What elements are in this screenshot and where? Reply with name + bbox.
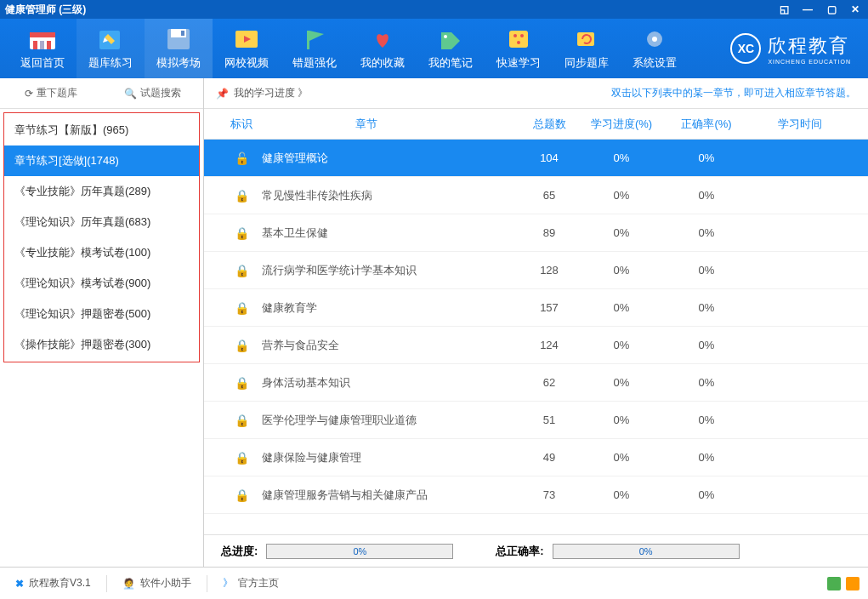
progress-value: 0%: [579, 339, 664, 351]
sidebar-item[interactable]: 章节练习[选做](1748): [4, 145, 199, 176]
svg-point-16: [444, 35, 447, 38]
tool-label: 同步题库: [564, 55, 609, 71]
search-btn[interactable]: 🔍试题搜索: [102, 86, 204, 100]
title-bar: 健康管理师 (三级) ◱ — ▢ ✕: [0, 0, 868, 19]
window-buttons: ◱ — ▢ ✕: [776, 3, 863, 15]
sidebar-item[interactable]: 《理论知识》模考试卷(900): [4, 268, 199, 299]
flag-icon: [299, 26, 330, 52]
sidebar-item[interactable]: 《操作技能》押题密卷(300): [4, 329, 199, 360]
sidebar-actions: ⟳重下题库 🔍试题搜索: [0, 78, 203, 109]
total-accuracy-label: 总正确率:: [496, 544, 543, 559]
total-count: 128: [519, 264, 579, 277]
sidebar-item[interactable]: 章节练习【新版】(965): [4, 115, 199, 145]
main-toolbar: 返回首页 题库练习 模拟考场 网校视频 错题强化 我的收藏 我的笔记 快速学习 …: [0, 19, 868, 78]
svg-rect-1: [30, 32, 55, 37]
table-row[interactable]: 🔒身体活动基本知识620%0%: [204, 364, 868, 402]
content: ⟳重下题库 🔍试题搜索 章节练习【新版】(965) 章节练习[选做](1748)…: [0, 78, 868, 567]
separator: [106, 575, 107, 592]
chapter-title: 健康管理概论: [262, 151, 519, 166]
helper-link[interactable]: 🧑‍💼 软件小助手: [116, 576, 198, 590]
total-count: 49: [519, 451, 579, 464]
svg-rect-3: [40, 41, 44, 49]
tool-favorites[interactable]: 我的收藏: [349, 19, 417, 78]
restore-alt-button[interactable]: ◱: [776, 3, 791, 15]
sidebar-list: 章节练习【新版】(965) 章节练习[选做](1748) 《专业技能》历年真题(…: [0, 109, 203, 366]
homepage-link[interactable]: 》 官方主页: [216, 576, 286, 590]
progress-value: 0%: [579, 264, 664, 277]
accuracy-value: 0%: [664, 488, 749, 501]
total-count: 62: [519, 376, 579, 389]
accuracy-value: 0%: [664, 151, 749, 164]
table-row[interactable]: 🔒医学伦理学与健康管理职业道德510%0%: [204, 402, 868, 439]
tool-sync[interactable]: 同步题库: [553, 19, 621, 78]
accuracy-value: 0%: [664, 189, 749, 202]
table-row[interactable]: 🔒基本卫生保健890%0%: [204, 214, 868, 252]
tool-label: 快速学习: [496, 55, 541, 71]
tool-practice[interactable]: 题库练习: [77, 19, 145, 78]
table-row[interactable]: 🔒健康教育学1570%0%: [204, 289, 868, 327]
helper-label: 软件小助手: [140, 576, 191, 590]
total-count: 73: [519, 488, 579, 501]
chevron-icon: 》: [223, 576, 233, 590]
close-button[interactable]: ✕: [848, 3, 863, 15]
main-panel: 📌 我的学习进度 》 双击以下列表中的某一章节，即可进入相应章节答题。 标识 章…: [204, 78, 868, 567]
table-row[interactable]: 🔓健康管理概论1040%0%: [204, 140, 868, 177]
table-header: 标识 章节 总题数 学习进度(%) 正确率(%) 学习时间: [204, 109, 868, 140]
maximize-button[interactable]: ▢: [824, 3, 839, 15]
stats-icon[interactable]: [827, 577, 841, 590]
chat-icon[interactable]: [846, 577, 859, 590]
chapter-title: 常见慢性非传染性疾病: [262, 188, 519, 203]
progress-value: 0%: [579, 226, 664, 239]
table-row[interactable]: 🔒常见慢性非传染性疾病650%0%: [204, 177, 868, 214]
progress-link[interactable]: 📌 我的学习进度 》: [216, 86, 308, 100]
svg-point-20: [517, 41, 520, 44]
brand-logo-icon: XC: [730, 33, 761, 64]
refresh-btn[interactable]: ⟳重下题库: [0, 86, 102, 100]
total-accuracy-value: 0%: [639, 546, 653, 556]
sync-icon: [571, 26, 602, 52]
homepage-label: 官方主页: [238, 576, 279, 590]
window-title: 健康管理师 (三级): [5, 3, 776, 17]
col-total: 总题数: [519, 117, 579, 132]
lock-icon: 🔒: [221, 301, 262, 315]
progress-value: 0%: [579, 488, 664, 501]
lock-icon: 🔒: [221, 339, 262, 352]
pin-icon: 📌: [216, 88, 229, 100]
table-row[interactable]: 🔒健康管理服务营销与相关健康产品730%0%: [204, 476, 868, 514]
accuracy-value: 0%: [664, 301, 749, 314]
brand: XC 欣程教育 XINCHENG EDUCATION: [730, 33, 859, 65]
hint-text: 双击以下列表中的某一章节，即可进入相应章节答题。: [611, 86, 856, 100]
lock-icon: 🔒: [221, 451, 262, 465]
lock-icon: 🔒: [221, 376, 262, 390]
sidebar-item[interactable]: 《专业技能》历年真题(289): [4, 176, 199, 207]
tool-mistakes[interactable]: 错题强化: [281, 19, 349, 78]
tool-settings[interactable]: 系统设置: [621, 19, 689, 78]
brand-name: 欣程教育: [768, 33, 851, 59]
table-row[interactable]: 🔒流行病学和医学统计学基本知识1280%0%: [204, 252, 868, 289]
chapter-title: 基本卫生保健: [262, 225, 519, 241]
table-row[interactable]: 🔒营养与食品安全1240%0%: [204, 327, 868, 364]
status-bar: ✖ 欣程教育V3.1 🧑‍💼 软件小助手 》 官方主页: [0, 567, 868, 599]
tool-quick[interactable]: 快速学习: [485, 19, 553, 78]
sidebar-item[interactable]: 《专业技能》模考试卷(100): [4, 237, 199, 268]
tool-notes[interactable]: 我的笔记: [417, 19, 485, 78]
tool-exam[interactable]: 模拟考场: [145, 19, 213, 78]
svg-rect-2: [33, 41, 37, 49]
total-count: 157: [519, 301, 579, 314]
app-badge[interactable]: ✖ 欣程教育V3.1: [9, 576, 98, 590]
progress-value: 0%: [579, 376, 664, 389]
tool-home[interactable]: 返回首页: [9, 19, 77, 78]
lock-icon: 🔒: [221, 264, 262, 277]
accuracy-value: 0%: [664, 226, 749, 239]
svg-rect-13: [307, 31, 309, 49]
table-row[interactable]: 🔒健康保险与健康管理490%0%: [204, 439, 868, 476]
total-count: 65: [519, 189, 579, 202]
sidebar-item[interactable]: 《理论知识》押题密卷(500): [4, 299, 199, 329]
total-count: 104: [519, 151, 579, 164]
sidebar-item[interactable]: 《理论知识》历年真题(683): [4, 207, 199, 237]
col-time: 学习时间: [749, 117, 851, 132]
table-body: 🔓健康管理概论1040%0%🔒常见慢性非传染性疾病650%0%🔒基本卫生保健89…: [204, 140, 868, 534]
svg-point-19: [520, 34, 524, 37]
tool-video[interactable]: 网校视频: [213, 19, 281, 78]
minimize-button[interactable]: —: [800, 3, 815, 15]
